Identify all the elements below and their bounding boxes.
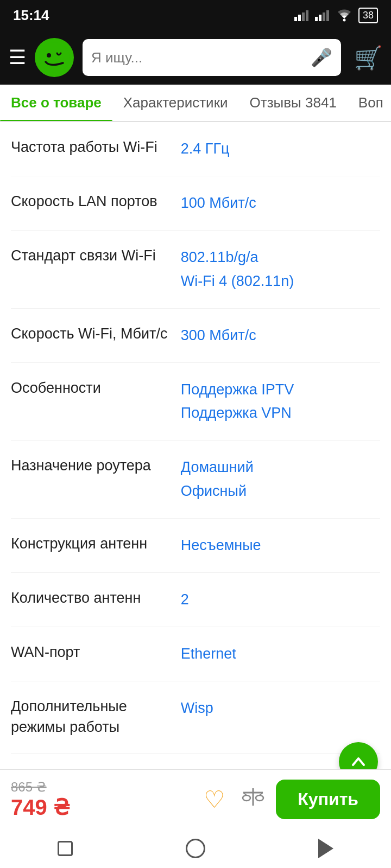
spec-row-wan: WAN-порт Ethernet [11, 627, 380, 681]
svg-rect-2 [302, 12, 305, 21]
svg-rect-5 [319, 15, 321, 21]
svg-point-13 [243, 795, 250, 801]
tab-reviews[interactable]: Отзывы 3841 [239, 85, 348, 121]
mic-icon[interactable]: 🎤 [311, 47, 332, 68]
spec-row-wifi-speed: Скорость Wi-Fi, Мбит/с 300 Мбит/с [11, 309, 380, 363]
spec-value-extra-modes: Wisp [181, 697, 380, 720]
svg-point-10 [47, 53, 51, 58]
svg-point-8 [343, 19, 345, 22]
search-input[interactable] [91, 49, 305, 66]
search-bar[interactable]: 🎤 [83, 39, 341, 76]
signal-icon-2 [315, 9, 330, 21]
spec-row-purpose: Назначение роутера Домашний Офисный [11, 441, 380, 518]
spec-label-extra-modes: Дополнительные режимы работы [11, 697, 181, 738]
header: ☰ 🎤 🛒 [0, 30, 391, 85]
spec-row-lan-speed: Скорость LAN портов 100 Мбит/с [11, 176, 380, 231]
tabs-bar: Все о товаре Характеристики Отзывы 3841 … [0, 85, 391, 122]
spec-label-wifi-speed: Скорость Wi-Fi, Мбит/с [11, 324, 181, 344]
signal-icon [294, 9, 310, 21]
spec-value-wifi-standard: 802.11b/g/a Wi-Fi 4 (802.11n) [181, 246, 380, 292]
bottom-icons: ♡ [204, 786, 265, 813]
spec-value-features: Поддержка IPTV Поддержка VPN [181, 378, 380, 425]
svg-rect-4 [315, 17, 318, 21]
spec-label-lan-speed: Скорость LAN портов [11, 192, 181, 212]
logo[interactable] [35, 38, 74, 77]
chevron-up-icon [349, 752, 368, 771]
spec-label-purpose: Назначение роутера [11, 456, 181, 476]
price-current: 749 ₴ [11, 795, 193, 820]
spec-row-features: Особенности Поддержка IPTV Поддержка VPN [11, 363, 380, 441]
price-original: 865 ₴ [11, 780, 193, 795]
wifi-icon [336, 9, 353, 22]
spec-value-antenna-design: Несъемные [181, 534, 380, 557]
status-time: 15:14 [13, 7, 49, 24]
back-icon [318, 839, 333, 858]
android-nav [0, 829, 391, 868]
svg-rect-6 [323, 12, 325, 21]
svg-rect-1 [298, 15, 301, 21]
bottom-bar: 865 ₴ 749 ₴ ♡ Купить [0, 769, 391, 829]
svg-point-14 [256, 795, 263, 801]
spec-row-extra-modes: Дополнительные режимы работы Wisp [11, 681, 380, 754]
nav-back-button[interactable] [313, 835, 339, 861]
spec-label-antenna-count: Количество антенн [11, 588, 181, 609]
battery-icon: 38 [358, 8, 378, 23]
svg-point-9 [39, 42, 70, 73]
spec-row-wifi-standard: Стандарт связи Wi-Fi 802.11b/g/a Wi-Fi 4… [11, 231, 380, 308]
spec-value-wan: Ethernet [181, 642, 380, 666]
spec-row-wifi-freq: Частота работы Wi-Fi 2.4 ГГц [11, 122, 380, 176]
nav-home-button[interactable] [182, 835, 209, 861]
spec-label-features: Особенности [11, 378, 181, 399]
logo-icon [38, 41, 71, 74]
spec-value-wifi-freq: 2.4 ГГц [181, 137, 380, 161]
spec-value-wifi-speed: 300 Мбит/с [181, 324, 380, 347]
spec-value-antenna-count: 2 [181, 588, 380, 611]
status-icons: 38 [294, 8, 378, 23]
svg-rect-7 [326, 10, 329, 21]
nav-recents-button[interactable] [52, 835, 78, 861]
spec-value-purpose: Домашний Офисный [181, 456, 380, 502]
spec-label-wifi-standard: Стандарт связи Wi-Fi [11, 246, 181, 266]
svg-rect-3 [306, 10, 308, 21]
spec-row-antenna-count: Количество антенн 2 [11, 573, 380, 627]
spec-label-wan: WAN-порт [11, 642, 181, 663]
svg-rect-0 [294, 17, 297, 21]
menu-button[interactable]: ☰ [9, 48, 26, 67]
spec-label-antenna-design: Конструкция антенн [11, 534, 181, 554]
tab-about[interactable]: Все о товаре [0, 85, 112, 121]
spec-row-antenna-design: Конструкция антенн Несъемные [11, 519, 380, 573]
recents-icon [58, 841, 73, 856]
spec-value-lan-speed: 100 Мбит/с [181, 192, 380, 215]
compare-icon-svg [241, 786, 265, 808]
specs-table: Частота работы Wi-Fi 2.4 ГГц Скорость LA… [0, 122, 391, 754]
tab-questions[interactable]: Воп [348, 85, 391, 121]
compare-button[interactable] [241, 786, 265, 813]
wishlist-button[interactable]: ♡ [204, 786, 225, 813]
home-icon [186, 839, 205, 858]
buy-button[interactable]: Купить [276, 780, 380, 819]
cart-icon[interactable]: 🛒 [354, 44, 382, 71]
price-section: 865 ₴ 749 ₴ [11, 780, 193, 820]
spec-label-wifi-freq: Частота работы Wi-Fi [11, 137, 181, 158]
status-bar: 15:14 38 [0, 0, 391, 30]
tab-specs[interactable]: Характеристики [112, 85, 239, 121]
